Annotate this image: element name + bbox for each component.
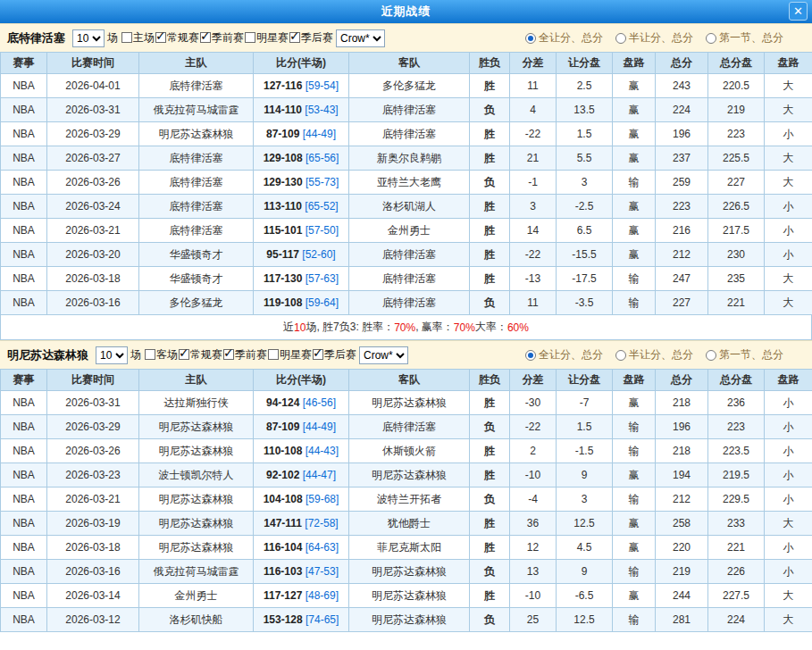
half-score: [59-64] [302, 296, 339, 309]
cell-score: 92-102 [44-47] [254, 463, 349, 488]
game-row: NBA2026-03-12洛杉矶快船153-128 [74-65]明尼苏达森林狼… [1, 608, 812, 632]
filter-checkbox[interactable]: 季后赛 [313, 347, 356, 362]
close-button[interactable]: ✕ [789, 2, 808, 21]
cell-away-team: 底特律活塞 [349, 267, 470, 291]
cell-handicap-line: 3 [557, 488, 613, 512]
column-header: 总分 [656, 53, 708, 74]
cell-total-points: 243 [656, 74, 708, 98]
cell-point-diff: 25 [510, 608, 557, 632]
game-row: NBA2026-03-31达拉斯独行侠94-124 [46-56]明尼苏达森林狼… [1, 391, 812, 415]
odds-type-radio[interactable]: 全让分、总分 [525, 30, 603, 46]
cell-score: 113-110 [65-52] [254, 195, 349, 219]
cell-handicap-result: 输 [613, 439, 656, 463]
cell-point-diff: -4 [510, 488, 557, 512]
filter-checkbox-group: 客场常规赛季前赛明星赛季后赛 [145, 347, 357, 363]
cell-total-points: 224 [656, 98, 708, 122]
cell-score: 94-124 [46-56] [254, 391, 349, 415]
odds-type-radio[interactable]: 第一节、总分 [706, 347, 783, 362]
cell-point-diff: -1 [510, 171, 557, 195]
cell-total-points: 244 [656, 584, 708, 608]
filter-checkbox[interactable]: 季后赛 [289, 30, 333, 46]
odds-type-radio[interactable]: 半让分、总分 [615, 30, 693, 46]
filter-checkbox[interactable]: 季前赛 [200, 30, 244, 46]
cell-result: 胜 [470, 463, 510, 488]
cell-total-points: 212 [656, 488, 708, 512]
full-score: 114-110 [264, 104, 302, 116]
cell-handicap-line: 5.5 [557, 146, 613, 171]
cell-league: NBA [1, 171, 47, 195]
cell-date: 2026-03-24 [47, 195, 139, 219]
table-header-row: 赛事比赛时间主队比分(半场)客队胜负分差让分盘盘路总分总分盘盘路 [1, 370, 812, 391]
summary-text: 70% [454, 321, 475, 334]
checkbox-icon [313, 349, 323, 360]
odds-type-radio[interactable]: 第一节、总分 [706, 30, 783, 46]
cell-away-team: 新奥尔良鹈鹕 [349, 146, 470, 171]
filter-checkbox[interactable]: 明星赛 [268, 347, 312, 362]
cell-result: 胜 [470, 243, 510, 267]
cell-total-line: 225.5 [708, 146, 765, 171]
game-row: NBA2026-03-18明尼苏达森林狼116-104 [64-63]菲尼克斯太… [1, 536, 812, 560]
cell-away-team: 波特兰开拓者 [349, 488, 470, 512]
cell-league: NBA [1, 74, 47, 98]
summary-text: 70% [394, 321, 415, 334]
checkbox-icon [223, 349, 234, 360]
cell-point-diff: -10 [510, 463, 557, 488]
cell-result: 负 [470, 171, 510, 195]
cell-total-line: 221 [708, 536, 765, 560]
radio-label-text: 半让分、总分 [629, 30, 693, 46]
filter-checkbox[interactable]: 常规赛 [179, 347, 222, 362]
half-score: [52-60] [299, 248, 336, 261]
full-score: 95-117 [266, 248, 299, 261]
cell-total-line: 227 [708, 171, 765, 195]
games-count-select[interactable]: 10 [96, 346, 128, 364]
cell-score: 95-117 [52-60] [254, 243, 349, 267]
filter-checkbox[interactable]: 明星赛 [245, 30, 289, 46]
cell-date: 2026-03-27 [47, 146, 139, 171]
cell-handicap-line: -2.5 [557, 195, 613, 219]
cell-over-under: 小 [765, 560, 812, 584]
summary-text: 大率： [475, 320, 507, 335]
cell-handicap-result: 赢 [613, 74, 656, 98]
odds-type-radio[interactable]: 全让分、总分 [525, 347, 603, 362]
cell-away-team: 洛杉矶湖人 [349, 195, 470, 219]
cell-home-team: 多伦多猛龙 [139, 291, 254, 315]
cell-score: 129-130 [55-73] [254, 171, 349, 195]
table-header-row: 赛事比赛时间主队比分(半场)客队胜负分差让分盘盘路总分总分盘盘路 [1, 53, 812, 74]
full-score: 87-109 [266, 128, 299, 140]
checkbox-label: 季前赛 [212, 30, 244, 46]
column-header: 胜负 [470, 370, 510, 391]
checkbox-icon [200, 32, 211, 43]
checkbox-label: 客场 [156, 347, 178, 362]
cell-total-points: 218 [656, 439, 708, 463]
cell-handicap-result: 赢 [613, 512, 656, 536]
filter-checkbox[interactable]: 常规赛 [155, 30, 199, 46]
cell-total-line: 221 [708, 291, 765, 315]
full-score: 113-110 [264, 200, 302, 212]
cell-away-team: 金州勇士 [349, 219, 470, 243]
column-header: 比分(半场) [254, 53, 349, 74]
odds-company-select[interactable]: Crow* [336, 29, 385, 47]
game-row: NBA2026-03-29明尼苏达森林狼87-109 [44-49]底特律活塞胜… [1, 122, 812, 146]
filter-checkbox[interactable]: 季前赛 [223, 347, 267, 362]
checkbox-label: 季前赛 [235, 347, 267, 362]
filter-checkbox[interactable]: 主场 [121, 30, 155, 46]
filter-checkbox[interactable]: 客场 [145, 347, 178, 362]
column-header: 主队 [139, 53, 254, 74]
cell-away-team: 明尼苏达森林狼 [349, 391, 470, 415]
cell-result: 胜 [470, 219, 510, 243]
game-row: NBA2026-03-23波士顿凯尔特人92-102 [44-47]明尼苏达森林… [1, 463, 812, 488]
half-score: [59-68] [303, 493, 339, 505]
column-header: 让分盘 [557, 53, 613, 74]
checkbox-label: 主场 [133, 30, 155, 46]
cell-total-points: 258 [656, 512, 708, 536]
games-count-select[interactable]: 10 [72, 29, 105, 47]
half-score: [57-63] [302, 272, 339, 285]
checkbox-label: 常规赛 [167, 30, 199, 46]
odds-company-select[interactable]: Crow* [359, 346, 408, 364]
checkbox-label: 季后赛 [301, 30, 333, 46]
full-score: 129-130 [264, 176, 303, 188]
cell-point-diff: -13 [510, 267, 557, 291]
cell-handicap-result: 输 [613, 267, 656, 291]
odds-type-radio[interactable]: 半让分、总分 [615, 347, 693, 362]
cell-home-team: 明尼苏达森林狼 [139, 122, 254, 146]
